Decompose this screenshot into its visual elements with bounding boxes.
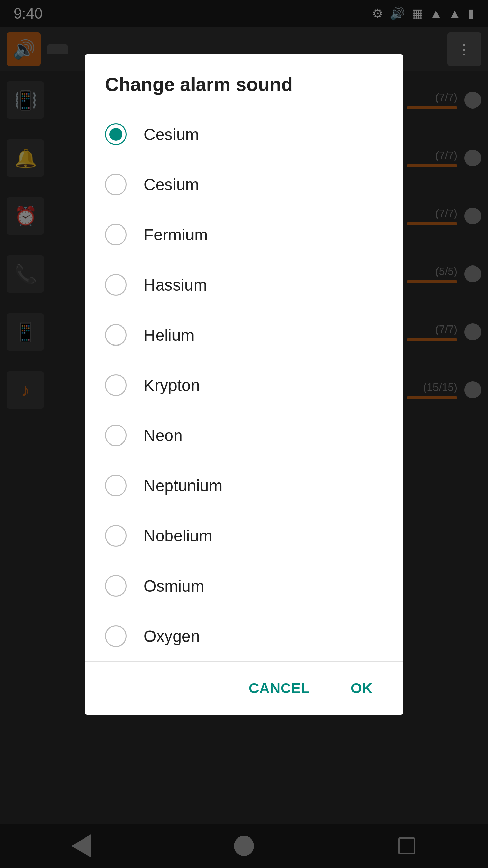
radio-hassium[interactable] — [105, 274, 127, 296]
item-label-neptunium: Neptunium — [144, 476, 222, 495]
list-item[interactable]: Neptunium — [85, 460, 403, 511]
list-item[interactable]: Cesium — [85, 109, 403, 159]
item-label-cesium-2: Cesium — [144, 175, 199, 194]
radio-oxygen[interactable] — [105, 625, 127, 647]
item-label-helium: Helium — [144, 326, 194, 344]
dialog-title: Change alarm sound — [85, 54, 403, 109]
radio-krypton[interactable] — [105, 374, 127, 396]
radio-helium[interactable] — [105, 324, 127, 346]
item-label-hassium: Hassium — [144, 276, 207, 294]
item-label-osmium: Osmium — [144, 577, 204, 595]
list-item[interactable]: Hassium — [85, 260, 403, 310]
item-label-oxygen: Oxygen — [144, 627, 200, 646]
ok-button[interactable]: OK — [337, 672, 386, 705]
list-item[interactable]: Cesium — [85, 159, 403, 210]
list-item[interactable]: Fermium — [85, 210, 403, 260]
list-item[interactable]: Oxygen — [85, 611, 403, 661]
radio-inner-cesium-1 — [109, 128, 122, 141]
list-item[interactable]: Nobelium — [85, 511, 403, 561]
radio-neon[interactable] — [105, 425, 127, 446]
list-item[interactable]: Krypton — [85, 360, 403, 410]
item-label-neon: Neon — [144, 426, 183, 445]
item-label-krypton: Krypton — [144, 376, 200, 395]
change-alarm-sound-dialog: Change alarm sound Cesium Cesium Fermium… — [85, 54, 403, 715]
dialog-options-list: Cesium Cesium Fermium Hassium Helium Kry… — [85, 109, 403, 661]
radio-nobelium[interactable] — [105, 525, 127, 547]
radio-neptunium[interactable] — [105, 475, 127, 496]
radio-cesium-1[interactable] — [105, 123, 127, 145]
cancel-button[interactable]: CANCEL — [235, 672, 324, 705]
item-label-cesium-1: Cesium — [144, 125, 199, 144]
list-item[interactable]: Neon — [85, 410, 403, 460]
radio-fermium[interactable] — [105, 224, 127, 245]
list-item[interactable]: Helium — [85, 310, 403, 360]
list-item[interactable]: Osmium — [85, 561, 403, 611]
radio-osmium[interactable] — [105, 575, 127, 597]
item-label-nobelium: Nobelium — [144, 527, 212, 545]
dialog-actions: CANCEL OK — [85, 662, 403, 715]
radio-cesium-2[interactable] — [105, 174, 127, 195]
item-label-fermium: Fermium — [144, 225, 208, 244]
